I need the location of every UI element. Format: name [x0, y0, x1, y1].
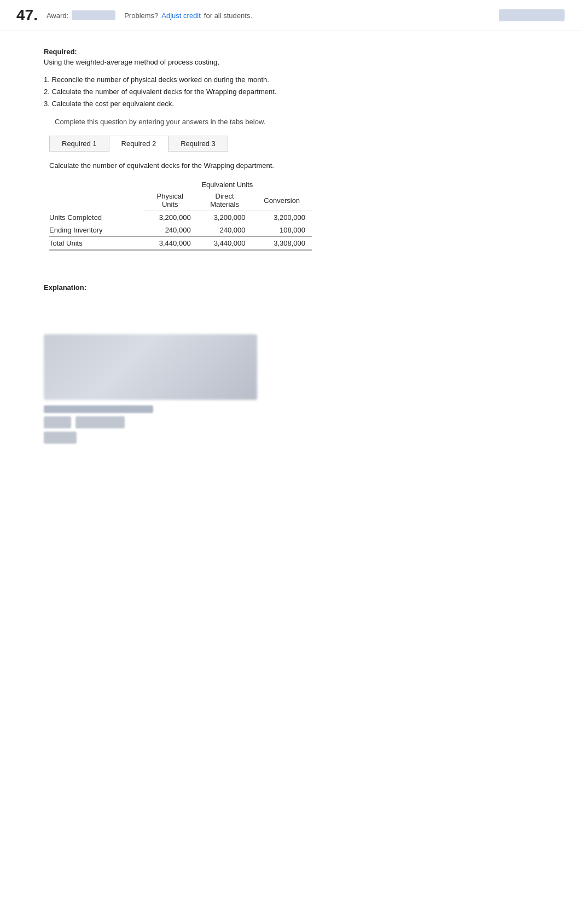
- award-label: Award:: [47, 11, 68, 20]
- row-direct-materials-total-units: 3,440,000: [197, 237, 252, 251]
- adjust-credit-link[interactable]: Adjust credit: [161, 11, 201, 20]
- top-bar-right-placeholder: [499, 9, 565, 21]
- blurred-tabs-row: [44, 416, 257, 428]
- row-label-ending-inventory: Ending Inventory: [49, 224, 143, 237]
- tabs-container: Required 1 Required 2 Required 3: [49, 136, 537, 152]
- instructions: 1. Reconcile the number of physical deck…: [44, 74, 537, 110]
- row-physical-ending-inventory: 240,000: [143, 224, 197, 237]
- col-header-conversion: Conversion: [252, 190, 312, 211]
- row-physical-total-units: 3,440,000: [143, 237, 197, 251]
- complete-note: Complete this question by entering your …: [55, 118, 537, 126]
- blurred-text-row-1: [44, 405, 257, 413]
- table-group-header: Equivalent Units: [143, 178, 312, 190]
- blurred-text-1: [44, 405, 153, 413]
- award-value-placeholder: [72, 10, 115, 20]
- equivalent-units-table: Equivalent Units PhysicalUnits DirectMat…: [49, 178, 312, 251]
- tab-required-1[interactable]: Required 1: [49, 136, 109, 152]
- intro-text: Using the weighted-average method of pro…: [44, 58, 537, 66]
- tab-required-3[interactable]: Required 3: [168, 136, 228, 152]
- table-row-total-units: Total Units 3,440,000 3,440,000 3,308,00…: [49, 237, 312, 251]
- row-conversion-total-units: 3,308,000: [252, 237, 312, 251]
- col-header-physical: PhysicalUnits: [143, 190, 197, 211]
- row-physical-units-completed: 3,200,000: [143, 211, 197, 224]
- table-row-units-completed: Units Completed 3,200,000 3,200,000 3,20…: [49, 211, 312, 224]
- blurred-small-tab: [44, 432, 77, 444]
- for-all-students: for all students.: [204, 11, 252, 20]
- row-label-total-units: Total Units: [49, 237, 143, 251]
- top-bar: 47. Award: Problems? Adjust credit for a…: [0, 0, 581, 31]
- blurred-image: [44, 334, 257, 400]
- main-content: Required: Using the weighted-average met…: [0, 31, 581, 318]
- explanation-section: Explanation:: [44, 283, 537, 292]
- section-heading: Calculate the number of equivalent decks…: [49, 161, 537, 170]
- row-conversion-ending-inventory: 108,000: [252, 224, 312, 237]
- blurred-section: [44, 334, 257, 444]
- data-table-container: Equivalent Units PhysicalUnits DirectMat…: [49, 178, 537, 251]
- problems-label: Problems?: [124, 11, 158, 20]
- table-row-ending-inventory: Ending Inventory 240,000 240,000 108,000: [49, 224, 312, 237]
- instruction-3: 3. Calculate the cost per equivalent dec…: [44, 98, 537, 110]
- row-direct-materials-units-completed: 3,200,000: [197, 211, 252, 224]
- col-header-direct-materials: DirectMaterials: [197, 190, 252, 211]
- blurred-tab-1: [44, 416, 71, 428]
- instruction-1: 1. Reconcile the number of physical deck…: [44, 74, 537, 86]
- problem-number: 47.: [16, 7, 38, 24]
- blurred-small-row: [44, 432, 257, 444]
- row-direct-materials-ending-inventory: 240,000: [197, 224, 252, 237]
- table-label-spacer: [49, 190, 143, 211]
- row-label-units-completed: Units Completed: [49, 211, 143, 224]
- instruction-2: 2. Calculate the number of equivalent de…: [44, 86, 537, 98]
- tab-required-2[interactable]: Required 2: [109, 136, 169, 152]
- table-empty-header: [49, 178, 143, 190]
- explanation-label: Explanation:: [44, 283, 537, 292]
- blurred-tab-2: [75, 416, 125, 428]
- row-conversion-units-completed: 3,200,000: [252, 211, 312, 224]
- required-label: Required:: [44, 48, 537, 56]
